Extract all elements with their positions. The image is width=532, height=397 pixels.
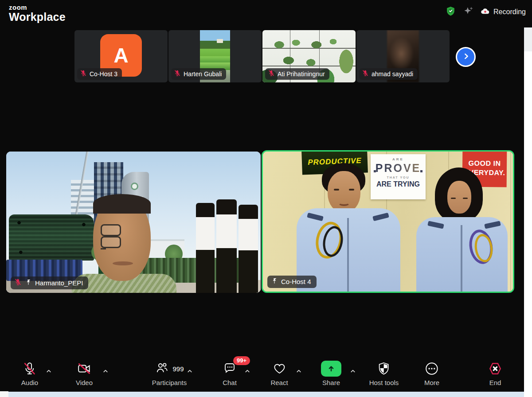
student-white-uniform xyxy=(216,199,237,293)
recording-label: Recording xyxy=(493,8,526,16)
mic-muted-icon xyxy=(174,70,181,78)
eye xyxy=(334,189,339,191)
participants-button[interactable]: 999 Participants xyxy=(152,361,187,386)
uniform-placket xyxy=(347,218,349,292)
host-tools-label: Host tools xyxy=(369,379,399,386)
poster-prove-mid: THAT YOU xyxy=(371,176,426,179)
react-options-chevron[interactable] xyxy=(296,368,302,376)
poster-prove-top: ARE xyxy=(371,157,426,161)
smile xyxy=(338,200,350,206)
recording-indicator[interactable]: Recording xyxy=(480,6,526,18)
background-window-edge-top xyxy=(524,27,532,51)
video-feed-campus-ceremony: PEPI xyxy=(6,152,261,293)
recording-cloud-icon xyxy=(480,6,490,18)
speaker-mouth xyxy=(113,261,133,265)
student-white-uniform xyxy=(196,203,215,293)
chat-unread-badge: 99+ xyxy=(233,356,250,365)
eye xyxy=(451,198,456,199)
share-up-arrow-icon xyxy=(321,361,341,377)
react-button[interactable]: React xyxy=(270,361,288,386)
eye xyxy=(349,189,354,191)
end-label: End xyxy=(489,379,501,386)
participant-name: Co-Host 4 xyxy=(281,278,311,285)
poster-prove: ARE PROVE THAT YOU ARE TRYING xyxy=(371,154,426,199)
thumbnail-harten-gubali[interactable]: Harten Gubali xyxy=(168,30,262,82)
ai-sparkle-icon[interactable] xyxy=(462,5,474,19)
brand-zoom: zoom xyxy=(9,4,66,11)
host-tools-shield-icon xyxy=(377,361,391,377)
glasses-lens xyxy=(101,236,121,248)
share-label: Share xyxy=(322,379,340,386)
poster-red-line1: GOOD IN xyxy=(469,159,501,167)
poster-dot xyxy=(374,170,376,172)
cadet-man-face xyxy=(328,171,360,213)
participant-name: Ati Prihatiningnur xyxy=(278,70,325,78)
next-participants-button[interactable] xyxy=(456,47,476,67)
more-button[interactable]: More xyxy=(424,361,439,386)
eye xyxy=(463,198,468,199)
heart-icon xyxy=(272,361,286,377)
react-label: React xyxy=(270,379,288,386)
chat-options-chevron[interactable] xyxy=(244,368,251,376)
participant-thumbnail-strip: A Co-Host 3 Harten Gubali Ati Prihatinin… xyxy=(74,30,450,82)
poster-dot xyxy=(420,170,422,172)
chevron-right-icon xyxy=(461,51,471,63)
tile-name-pill: Co-Host 4 xyxy=(267,276,317,288)
video-button[interactable]: Video xyxy=(76,361,93,386)
host-tools-button[interactable]: Host tools xyxy=(369,361,399,386)
brand-workplace: Workplace xyxy=(9,12,66,23)
end-button[interactable]: End xyxy=(488,361,503,386)
top-bar: zoom Workplace Recording xyxy=(0,0,532,27)
pin-icon xyxy=(25,279,32,287)
background-window-edge-right xyxy=(524,27,532,397)
thumbnail-ahmad-sayyadi[interactable]: ahmad sayyadi xyxy=(356,30,450,82)
student-white-uniform xyxy=(239,205,258,293)
chat-label: Chat xyxy=(223,379,237,386)
mic-muted-icon xyxy=(14,278,22,287)
zoom-workplace-logo: zoom Workplace xyxy=(9,4,66,23)
participants-count: 999 xyxy=(172,365,184,373)
participant-name: Harten Gubali xyxy=(184,70,222,78)
pepi-logo xyxy=(131,183,138,190)
participants-icon xyxy=(155,361,169,377)
video-options-chevron[interactable] xyxy=(102,368,109,376)
pin-icon xyxy=(271,277,278,286)
uniform-placket xyxy=(461,225,462,292)
poster-prove-bottom: ARE TRYING xyxy=(371,180,426,188)
share-button[interactable]: Share xyxy=(321,361,341,386)
rice-field-house xyxy=(217,39,223,43)
participant-name: Harmanto_PEPI xyxy=(35,279,83,287)
share-options-chevron[interactable] xyxy=(350,368,356,376)
participant-name: ahmad sayyadi xyxy=(372,70,413,78)
speaker-hair xyxy=(93,194,151,214)
mic-muted-icon xyxy=(268,70,275,78)
participants-label: Participants xyxy=(152,379,187,386)
end-call-icon xyxy=(488,361,503,377)
video-label: Video xyxy=(76,379,93,386)
chat-button[interactable]: Chat 99+ xyxy=(223,361,237,386)
video-feed-two-cadets: PRODUCTIVE ARE PROVE THAT YOU ARE TRYING… xyxy=(263,152,513,292)
background-window-corner xyxy=(0,391,8,397)
poster-prove-main: PROVE xyxy=(371,162,426,175)
speaker-glasses xyxy=(101,224,145,237)
audio-button[interactable]: Audio xyxy=(21,361,38,386)
audio-options-chevron[interactable] xyxy=(46,368,52,376)
shield-check-icon[interactable] xyxy=(445,6,456,19)
mic-muted-icon xyxy=(22,361,37,377)
participant-name-pill: Harten Gubali xyxy=(171,68,226,80)
meeting-toolbar: Audio Video 999 Participants Chat 99+ xyxy=(0,354,524,392)
video-tile-co-host-4[interactable]: PRODUCTIVE ARE PROVE THAT YOU ARE TRYING… xyxy=(262,150,514,293)
thumbnail-co-host-3[interactable]: A Co-Host 3 xyxy=(74,30,168,82)
green-glass-building xyxy=(9,214,94,261)
thumbnail-ati-prihatiningnur[interactable]: Ati Prihatiningnur xyxy=(262,30,356,82)
video-tile-harmanto-pepi[interactable]: PEPI Harmanto_PEPI xyxy=(6,152,261,293)
tile-name-pill: Harmanto_PEPI xyxy=(11,276,88,289)
participants-options-chevron[interactable] xyxy=(187,368,193,376)
camera-off-icon xyxy=(76,361,92,377)
more-label: More xyxy=(424,379,439,386)
participant-name-pill: Co-Host 3 xyxy=(77,68,122,80)
background-window-edge-bottom xyxy=(0,392,524,397)
more-ellipsis-icon xyxy=(424,361,439,377)
audio-label: Audio xyxy=(21,379,38,386)
participant-name-pill: ahmad sayyadi xyxy=(359,68,418,80)
